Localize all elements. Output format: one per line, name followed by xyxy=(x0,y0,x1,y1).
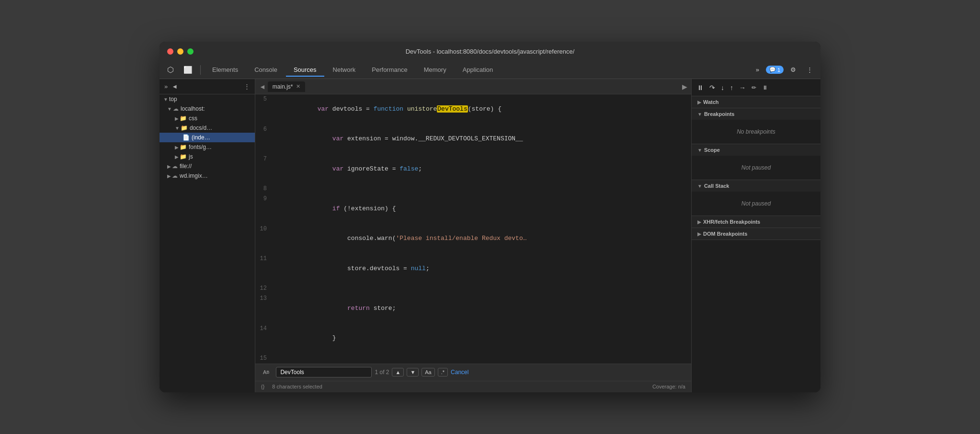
tab-console[interactable]: Console xyxy=(247,63,285,76)
code-text: ; xyxy=(418,165,422,172)
breakpoints-body: No breakpoints xyxy=(692,120,820,144)
line-content: var ignoreState = false; xyxy=(273,154,422,184)
close-button[interactable] xyxy=(167,48,173,55)
arrow-icon: ▶ xyxy=(175,116,179,121)
tab-network[interactable]: Network xyxy=(325,63,364,76)
more-options-button[interactable]: ⋮ xyxy=(803,64,817,75)
search-cancel-button[interactable]: Cancel xyxy=(451,369,468,376)
tree-item-css[interactable]: ▶ 📁 css xyxy=(160,114,255,123)
editor-tab-close[interactable]: ✕ xyxy=(296,83,300,90)
cloud-icon: ☁ xyxy=(173,105,179,112)
line-number: 8 xyxy=(255,184,273,194)
tab-sources[interactable]: Sources xyxy=(286,63,324,76)
sidebar-back-button[interactable]: ◄ xyxy=(171,82,179,91)
tree-item-docs[interactable]: ▼ 📁 docs/d… xyxy=(160,123,255,133)
code-text: (store) { xyxy=(468,105,501,113)
deactivate-breakpoints-button[interactable]: ✏ xyxy=(750,83,758,92)
tree-item-label: css xyxy=(189,115,197,122)
code-text: store.devtools = xyxy=(318,265,411,272)
line-content xyxy=(273,284,276,294)
pause-on-exceptions-button[interactable]: ⏸ xyxy=(761,83,769,92)
code-text: ignoreState = xyxy=(347,165,399,172)
string-literal: 'Please install/enable Redux devto… xyxy=(396,235,526,242)
dom-arrow-icon: ▶ xyxy=(697,231,701,237)
tab-performance[interactable]: Performance xyxy=(364,63,415,76)
tab-elements[interactable]: Elements xyxy=(205,63,246,76)
tree-item-label: file:// xyxy=(180,163,192,170)
code-text: } xyxy=(318,334,336,342)
xhr-header[interactable]: ▶ XHR/fetch Breakpoints xyxy=(692,216,820,228)
tab-memory[interactable]: Memory xyxy=(416,63,454,76)
search-prev-button[interactable]: ▲ xyxy=(392,368,404,377)
editor-back-button[interactable]: ◄ xyxy=(257,82,268,91)
toolbar-right: » 💬 1 ⚙ ⋮ xyxy=(752,64,817,75)
device-toggle-button[interactable]: ⬜ xyxy=(180,64,196,76)
code-line-13: 13 return store; xyxy=(255,294,691,323)
tab-application[interactable]: Application xyxy=(455,63,501,76)
tree-item-js[interactable]: ▶ 📁 js xyxy=(160,152,255,161)
step-button[interactable]: → xyxy=(738,82,747,93)
more-tabs-button[interactable]: » xyxy=(752,64,763,75)
sidebar-options-button[interactable]: ⋮ xyxy=(243,82,251,91)
line-number: 10 xyxy=(255,225,273,234)
settings-button[interactable]: ⚙ xyxy=(786,64,800,75)
minimize-button[interactable] xyxy=(177,48,183,55)
tree-item-localhost[interactable]: ▼ ☁ localhost: xyxy=(160,104,255,114)
tree-item-index[interactable]: 📄 (inde… xyxy=(160,133,255,142)
dom-title: DOM Breakpoints xyxy=(703,231,747,237)
regex-button[interactable]: .* xyxy=(438,368,448,377)
keyword: null xyxy=(411,265,426,272)
arrow-icon: ▶ xyxy=(167,173,171,179)
line-number: 9 xyxy=(255,194,273,204)
folder-icon: 📁 xyxy=(180,153,187,160)
watch-section: ▶ Watch xyxy=(692,96,820,108)
step-over-button[interactable]: ↷ xyxy=(708,82,717,93)
tree-item-label: localhost: xyxy=(181,105,205,112)
selection-info: 8 characters selected xyxy=(272,384,322,389)
search-input[interactable] xyxy=(276,367,372,377)
cursor-tool-button[interactable]: ⬡ xyxy=(163,63,178,76)
folder-icon: 📁 xyxy=(180,115,187,122)
match-case-button[interactable]: Aa xyxy=(422,368,434,377)
step-into-button[interactable]: ↓ xyxy=(719,82,726,93)
pause-button[interactable]: ⏸ xyxy=(695,82,705,93)
folder-icon: 📁 xyxy=(181,125,188,131)
search-replace-toggle[interactable]: AB xyxy=(259,367,273,377)
code-editor[interactable]: 5 var devtools = function unistoreDevToo… xyxy=(255,94,691,364)
scope-title: Scope xyxy=(704,147,720,153)
search-next-button[interactable]: ▼ xyxy=(407,368,419,377)
line-content: console.warn('Please install/enable Redu… xyxy=(273,224,527,254)
tree-item-fonts[interactable]: ▶ 📁 fonts/g… xyxy=(160,142,255,152)
scope-header[interactable]: ▼ Scope xyxy=(692,144,820,156)
breakpoints-title: Breakpoints xyxy=(704,111,735,117)
line-content: var devtools = function unistoreDevTools… xyxy=(273,94,501,124)
arrow-icon: ▼ xyxy=(163,97,168,102)
xhr-arrow-icon: ▶ xyxy=(697,219,701,225)
sidebar-more-button[interactable]: » xyxy=(163,82,169,91)
step-out-button[interactable]: ↑ xyxy=(729,82,735,93)
code-line-6: 6 var extension = window.__REDUX_DEVTOOL… xyxy=(255,125,691,154)
arrow-icon: ▶ xyxy=(175,145,179,150)
editor-tab-mainjs[interactable]: main.js* ✕ xyxy=(268,81,305,92)
editor-forward-button[interactable]: ▶ xyxy=(680,82,689,91)
keyword: return xyxy=(318,305,374,312)
tree-item-top[interactable]: ▼ top xyxy=(160,94,255,104)
line-number: 11 xyxy=(255,254,273,263)
tree-item-wd[interactable]: ▶ ☁ wd.imgix… xyxy=(160,171,255,181)
tab-bar: Elements Console Sources Network Perform… xyxy=(205,63,501,76)
breakpoints-arrow-icon: ▼ xyxy=(697,112,702,117)
maximize-button[interactable] xyxy=(187,48,194,55)
editor-tab-name: main.js* xyxy=(273,83,293,90)
chat-icon: 💬 xyxy=(769,67,776,73)
file-sidebar: » ◄ ⋮ ▼ top ▼ ☁ localhost: ▶ 📁 css ▼ 📁 xyxy=(160,79,255,392)
format-button[interactable]: {} xyxy=(261,384,264,389)
notification-badge[interactable]: 💬 1 xyxy=(766,66,784,74)
arrow-icon: ▶ xyxy=(175,154,179,160)
breakpoints-header[interactable]: ▼ Breakpoints xyxy=(692,108,820,120)
watch-header[interactable]: ▶ Watch xyxy=(692,96,820,108)
dom-header[interactable]: ▶ DOM Breakpoints xyxy=(692,228,820,240)
callstack-header[interactable]: ▼ Call Stack xyxy=(692,180,820,192)
no-breakpoints-label: No breakpoints xyxy=(697,124,815,140)
titlebar: DevTools - localhost:8080/docs/devtools/… xyxy=(160,42,820,61)
tree-item-file[interactable]: ▶ ☁ file:// xyxy=(160,161,255,171)
